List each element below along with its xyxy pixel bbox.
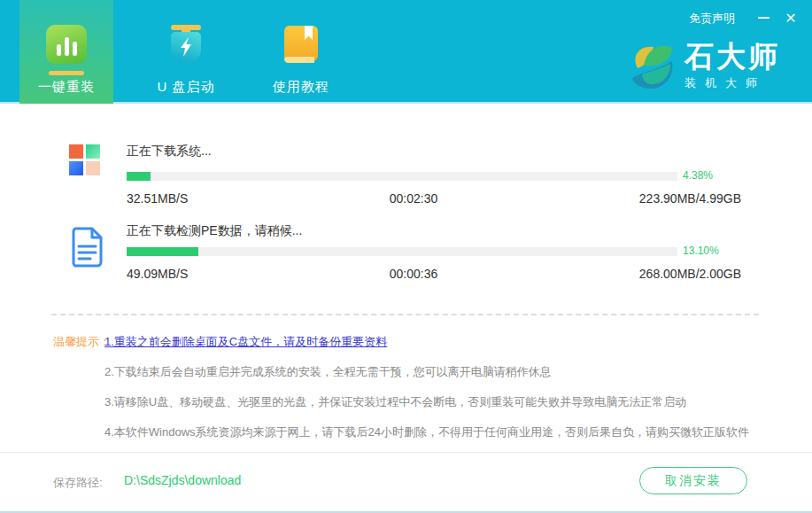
tip-item-auto-restart: 2.下载结束后会自动重启并完成系统的安装，全程无需干预，您可以离开电脑请稍作休息: [104, 364, 777, 380]
cancel-install-button[interactable]: 取消安装: [639, 467, 747, 494]
app-window: 一键重装 U 盘启动 使用教程 免责声明: [0, 0, 812, 513]
download-pe-percent: 13.10%: [683, 245, 719, 257]
download-pe-progressbar: [127, 247, 677, 256]
download-size: 223.90MB/4.99GB: [639, 191, 741, 206]
download-speed: 49.09MB/S: [127, 267, 188, 281]
tab-label: 使用教程: [273, 79, 329, 96]
tab-one-key-reinstall[interactable]: 一键重装: [19, 0, 113, 104]
disclaimer-link[interactable]: 免责声明: [689, 11, 735, 27]
tab-tutorial[interactable]: 使用教程: [251, 0, 351, 104]
chart-icon: [46, 25, 87, 64]
active-tab-underline: [49, 71, 84, 75]
download-system-percent: 4.38%: [683, 169, 713, 182]
brand-logo: 石大师 装机大师: [624, 39, 780, 92]
download-system-stats: 32.51MB/S 00:02:30 223.90MB/4.99GB: [127, 191, 741, 206]
save-path-label: 保存路径:: [53, 475, 103, 491]
save-path-value[interactable]: D:\SdsZjds\download: [124, 473, 241, 487]
progress-fill: [127, 172, 151, 181]
download-time-remaining: 00:00:36: [188, 267, 639, 281]
download-speed: 32.51MB/S: [127, 191, 188, 206]
pe-file-icon: [71, 227, 104, 271]
download-time-remaining: 00:02:30: [188, 191, 639, 206]
tip-item-remove-usb: 3.请移除U盘、移动硬盘、光驱里的光盘，并保证安装过程中不会断电，否则重装可能失…: [104, 394, 777, 410]
download-system-title: 正在下载系统...: [127, 144, 212, 159]
dashed-divider: [51, 314, 759, 315]
book-icon: [283, 25, 319, 64]
tab-usb-boot[interactable]: U 盘启动: [135, 0, 236, 104]
download-system-progressbar: [127, 172, 677, 181]
progress-fill: [127, 247, 198, 256]
tip-item-backup-warning: 1.重装之前会删除桌面及C盘文件，请及时备份重要资料: [104, 334, 777, 350]
logo-title: 石大师: [684, 41, 780, 73]
tab-label: U 盘启动: [158, 79, 215, 96]
tip-item-license: 4.本软件Windows系统资源均来源于网上，请下载后24小时删除，不得用于任何…: [104, 424, 777, 440]
tips-label: 温馨提示：: [53, 334, 111, 350]
minimize-button[interactable]: [754, 9, 773, 27]
logo-subtitle: 装机大师: [684, 75, 780, 91]
header: 一键重装 U 盘启动 使用教程 免责声明: [0, 0, 812, 104]
minimize-icon: [758, 17, 769, 19]
usb-boot-icon: [166, 24, 206, 65]
windows-logo-icon: [69, 144, 100, 175]
footer-divider: [0, 452, 812, 453]
close-button[interactable]: ✕: [780, 7, 801, 28]
download-size: 268.00MB/2.00GB: [639, 267, 741, 281]
download-pe-title: 正在下载检测PE数据，请稍候...: [127, 223, 302, 239]
download-pe-stats: 49.09MB/S 00:00:36 268.00MB/2.00GB: [127, 267, 741, 281]
tab-label: 一键重装: [38, 79, 95, 96]
logo-mark-icon: [624, 39, 677, 92]
tips-list: 1.重装之前会删除桌面及C盘文件，请及时备份重要资料 2.下载结束后会自动重启并…: [104, 334, 777, 455]
